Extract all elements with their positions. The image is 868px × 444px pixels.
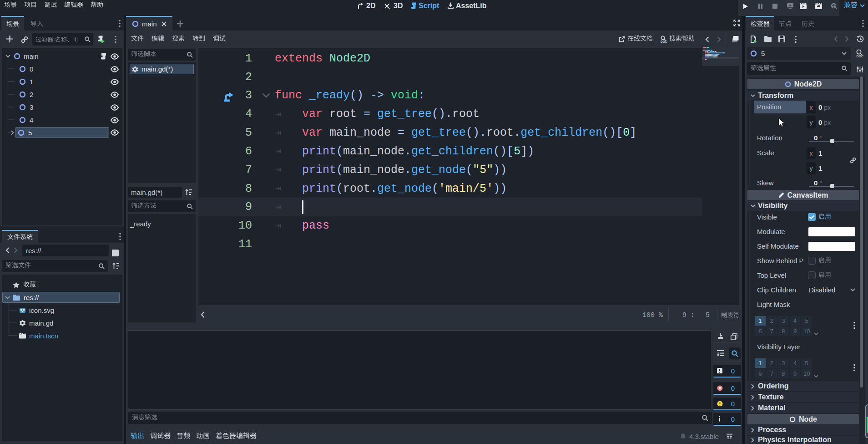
svg-text:DOC: DOC bbox=[661, 40, 667, 43]
svg-text:DOC: DOC bbox=[857, 55, 864, 58]
